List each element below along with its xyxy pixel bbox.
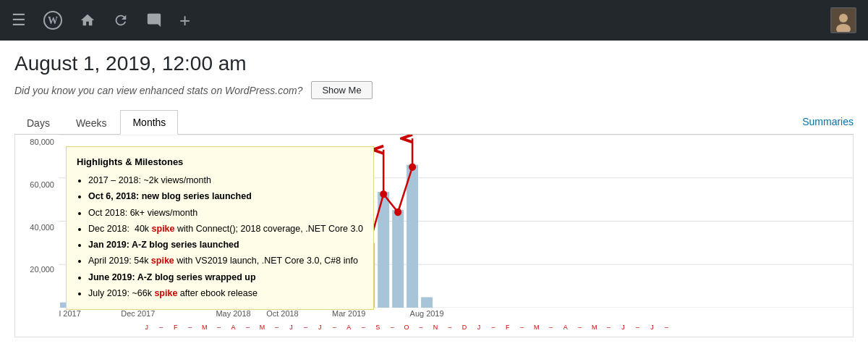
svg-text:J: J — [145, 324, 148, 331]
x-axis-svg: Jul 2017 Dec 2017 May 2018 Oct 2018 Mar … — [59, 308, 853, 337]
svg-text:–: – — [333, 324, 336, 331]
svg-text:M: M — [260, 324, 265, 331]
annotation-item-5: April 2019: 54k spike with VS2019 launch… — [88, 253, 363, 269]
annotation-box: Highlights & Milestones 2017 – 2018: ~2k… — [66, 146, 374, 310]
svg-text:D: D — [462, 324, 467, 331]
svg-text:F: F — [506, 324, 510, 331]
annotation-item-6: June 2019: A-Z blog series wrapped up — [88, 270, 363, 285]
svg-text:–: – — [636, 324, 639, 331]
svg-text:W: W — [48, 15, 58, 26]
svg-text:–: – — [217, 324, 221, 331]
svg-text:–: – — [362, 324, 365, 331]
x-label-may18: May 2018 — [216, 309, 250, 318]
menu-icon[interactable]: ☰ — [12, 11, 26, 30]
bar-24 — [407, 165, 418, 308]
svg-text:A: A — [231, 324, 236, 331]
svg-text:–: – — [578, 324, 582, 331]
x-label-aug19: Aug 2019 — [410, 309, 444, 318]
annotation-list: 2017 – 2018: ~2k views/month Oct 6, 2018… — [77, 173, 363, 301]
tab-weeks[interactable]: Weeks — [64, 111, 119, 135]
svg-text:–: – — [549, 324, 553, 331]
annotation-item-1: Oct 6, 2018: new blog series launched — [88, 189, 363, 204]
svg-text:–: – — [491, 324, 495, 331]
annotation-item-4: Jan 2019: A-Z blog series launched — [88, 237, 363, 253]
svg-text:J: J — [289, 324, 292, 331]
svg-text:M: M — [202, 324, 207, 331]
y-axis: 80,000 60,000 40,000 20,000 — [15, 135, 57, 308]
navbar: ☰ W + — [0, 0, 868, 41]
y-label-80k: 80,000 — [15, 138, 54, 146]
svg-text:–: – — [607, 324, 610, 331]
avatar[interactable] — [830, 7, 856, 33]
svg-point-3 — [839, 14, 848, 22]
bar-23 — [392, 210, 404, 308]
refresh-icon[interactable] — [113, 12, 129, 28]
svg-text:M: M — [592, 324, 597, 331]
show-me-button[interactable]: Show Me — [311, 81, 372, 99]
svg-text:M: M — [534, 324, 539, 331]
svg-text:F: F — [174, 324, 178, 331]
svg-text:–: – — [391, 324, 394, 331]
add-icon[interactable]: + — [179, 9, 190, 32]
annotation-item-2: Oct 2018: 6k+ views/month — [88, 206, 363, 221]
svg-text:S: S — [375, 324, 380, 331]
home-icon[interactable] — [80, 12, 95, 28]
x-label-jul17: Jul 2017 — [59, 309, 81, 318]
svg-text:–: – — [448, 324, 452, 331]
svg-text:–: – — [304, 324, 307, 331]
svg-text:O: O — [404, 324, 409, 331]
svg-text:J: J — [650, 324, 653, 331]
annotation-item-3: Dec 2018: 40k spike with Connect(); 2018… — [88, 222, 363, 237]
x-label-mar19: Mar 2019 — [332, 309, 365, 318]
tab-days[interactable]: Days — [14, 111, 62, 135]
x-label-oct18: Oct 2018 — [266, 309, 299, 318]
annotation-item-0: 2017 – 2018: ~2k views/month — [88, 173, 363, 188]
svg-text:A: A — [346, 324, 351, 331]
tab-months[interactable]: Months — [120, 110, 178, 135]
svg-text:A: A — [563, 324, 568, 331]
x-axis: Jul 2017 Dec 2017 May 2018 Oct 2018 Mar … — [59, 308, 853, 337]
svg-text:–: – — [246, 324, 250, 331]
page-title: August 1, 2019, 12:00 am — [14, 52, 854, 75]
bar-25 — [421, 297, 433, 308]
wp-promo-bar: Did you know you can view enhanced stats… — [14, 81, 854, 99]
svg-text:J: J — [621, 324, 624, 331]
annotation-item-7: July 2019: ~66k spike after ebook releas… — [88, 286, 363, 301]
summaries-link[interactable]: Summaries — [802, 110, 854, 133]
svg-text:–: – — [188, 324, 192, 331]
chart-area: 80,000 60,000 40,000 20,000 — [14, 135, 854, 337]
annotation-title: Highlights & Milestones — [77, 154, 363, 170]
y-label-20k: 20,000 — [15, 265, 54, 274]
svg-text:–: – — [275, 324, 278, 331]
svg-text:–: – — [665, 324, 668, 331]
tabs-row: Days Weeks Months Summaries — [14, 109, 854, 135]
dot-jun19 — [394, 209, 401, 216]
x-label-dec17: Dec 2017 — [121, 309, 155, 318]
y-label-40k: 40,000 — [15, 223, 54, 232]
svg-text:N: N — [433, 324, 438, 331]
svg-text:–: – — [420, 324, 423, 331]
svg-text:J: J — [318, 324, 321, 331]
svg-text:–: – — [520, 324, 524, 331]
wordpress-icon[interactable]: W — [43, 11, 62, 30]
promo-text: Did you know you can view enhanced stats… — [14, 85, 302, 96]
svg-text:J: J — [477, 324, 480, 331]
y-label-60k: 60,000 — [15, 180, 54, 189]
comment-icon[interactable] — [146, 12, 162, 28]
main-content: August 1, 2019, 12:00 am Did you know yo… — [0, 41, 868, 362]
svg-text:–: – — [159, 324, 163, 331]
